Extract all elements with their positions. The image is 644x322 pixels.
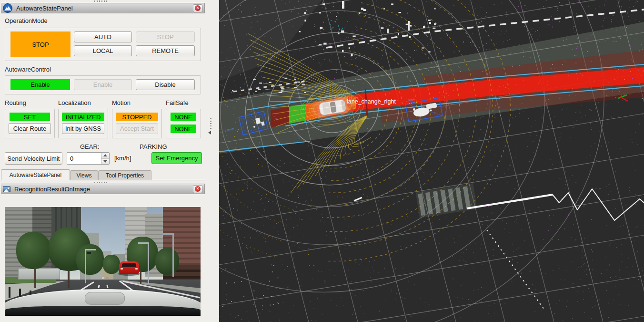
guard-post (9, 287, 10, 298)
state-panel-title: AutowareStatePanel (16, 5, 193, 12)
kmh-unit-label: [km/h] (114, 155, 131, 162)
image-panel-icon (3, 186, 10, 192)
operation-mode-current-stop: STOP (10, 31, 70, 57)
tree-trunk (68, 269, 70, 288)
spinner-arrows (101, 153, 109, 164)
accept-start-button[interactable]: Accept Start (116, 123, 158, 134)
state-panel-titlebar[interactable]: AutowareStatePanel (1, 3, 205, 13)
arrow-up-icon (103, 154, 107, 156)
control-enabled-status: Enable (10, 79, 70, 90)
close-icon (195, 5, 201, 11)
gear-label: GEAR: (80, 143, 99, 150)
send-velocity-limit-button[interactable]: Send Velocity Limit (5, 152, 62, 165)
enable-control-button[interactable]: Enable (74, 79, 132, 90)
tree-trunk (34, 267, 36, 288)
street-pole (85, 249, 86, 283)
remote-mode-button[interactable]: REMOTE (136, 45, 195, 56)
velocity-limit-input[interactable] (67, 153, 101, 164)
spinner-up-button[interactable] (101, 153, 109, 159)
set-emergency-button[interactable]: Set Emergency (151, 152, 202, 164)
gear-value: PARKING (140, 143, 167, 150)
close-icon (195, 186, 201, 192)
local-mode-button[interactable]: LOCAL (74, 45, 132, 56)
tree (16, 232, 50, 269)
clear-route-button[interactable]: Clear Route (9, 123, 51, 134)
recognition-panel-close-button[interactable] (193, 185, 202, 193)
distant-car (106, 277, 109, 279)
red-car-window (122, 263, 136, 267)
rviz-3d-viewport[interactable]: 0.0km/h 0.0km/h lane_change_right (219, 0, 644, 322)
arrow-down-icon (103, 160, 107, 163)
failsafe-mrm-behavior-badge: NONE (171, 125, 196, 133)
tab-views[interactable]: Views (70, 170, 98, 180)
street-pole-arm (138, 242, 149, 244)
traffic-signal (87, 252, 91, 254)
auto-mode-button[interactable]: AUTO (74, 31, 132, 42)
recognition-panel-titlebar[interactable]: RecognitionResultOnImage (1, 184, 205, 194)
camera-image (5, 207, 201, 316)
dock-drag-handle-2[interactable] (94, 182, 107, 183)
spinner-down-button[interactable] (101, 159, 109, 165)
autoware-control-label: AutowareControl (5, 66, 51, 73)
operation-mode-label: OperationMode (5, 17, 48, 24)
dock-drag-handle[interactable] (94, 0, 107, 2)
ego-dashboard (5, 306, 201, 316)
tree (155, 248, 179, 275)
motion-state-badge: STOPPED (116, 113, 158, 121)
street-pole-arm (85, 249, 96, 250)
routing-label: Routing (5, 99, 26, 106)
splitter-collapse-arrow[interactable] (208, 131, 211, 135)
velocity-limit-spinbox[interactable] (67, 152, 110, 165)
street-pole (172, 233, 174, 277)
street-pole (148, 242, 149, 284)
stop-mode-button[interactable]: STOP (136, 31, 195, 42)
failsafe-mrm-state-badge: NONE (171, 113, 196, 121)
behavior-state-label: lane_change_right (347, 98, 396, 105)
splitter-handle[interactable] (210, 118, 211, 129)
localization-state-badge: INITIALIZED (62, 113, 104, 121)
motion-label: Motion (112, 99, 131, 106)
red-car-taillight (135, 268, 138, 270)
tree (103, 255, 120, 274)
tab-autoware-state-panel[interactable]: AutowareStatePanel (1, 169, 70, 180)
init-by-gnss-button[interactable]: Init by GNSS (62, 123, 104, 134)
distant-car (102, 277, 104, 279)
red-car-taillight (121, 268, 123, 270)
localization-label: Localization (58, 99, 91, 106)
autoware-logo-icon (3, 3, 12, 13)
failsafe-label: FailSafe (166, 99, 189, 106)
state-panel-close-button[interactable] (193, 4, 202, 12)
tab-tool-properties[interactable]: Tool Properties (98, 170, 151, 180)
street-pole-arm (162, 233, 174, 235)
bus-shelter (18, 268, 60, 280)
recognition-panel-title: RecognitionResultOnImage (14, 186, 193, 193)
ego-hood-pod (85, 292, 125, 305)
routing-state-badge: SET (10, 113, 50, 121)
disable-control-button[interactable]: Disable (136, 79, 195, 90)
